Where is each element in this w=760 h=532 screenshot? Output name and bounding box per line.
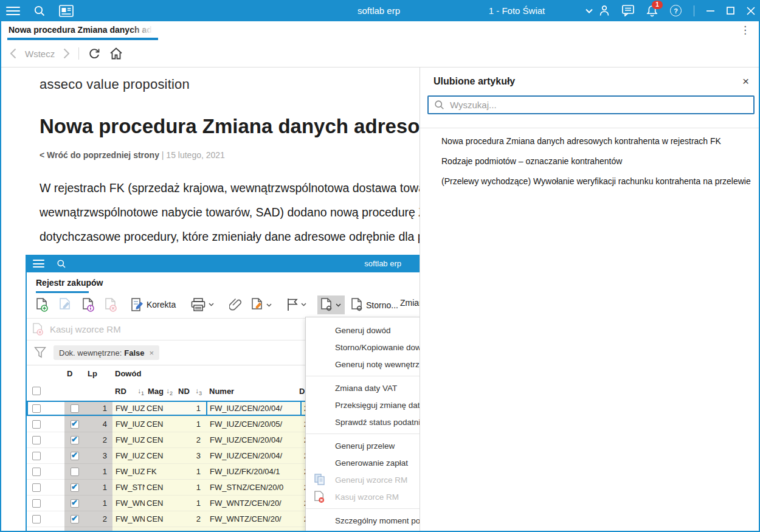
row-checkbox[interactable] xyxy=(32,499,41,508)
column-header-mag[interactable]: Mag xyxy=(148,387,164,396)
row-mag-cell: CEN xyxy=(145,401,175,416)
row-checkbox[interactable] xyxy=(32,515,41,523)
user-icon[interactable] xyxy=(599,5,610,16)
minimize-icon[interactable] xyxy=(706,7,714,15)
menu-item[interactable]: Generuj dowód xyxy=(306,322,420,339)
close-icon[interactable] xyxy=(747,7,755,15)
favorite-article-link[interactable]: Rodzaje podmiotów – oznaczanie kontrahen… xyxy=(441,156,756,167)
column-header-d[interactable]: D xyxy=(67,369,72,378)
d-checkbox[interactable] xyxy=(71,483,79,492)
back-label[interactable]: Wstecz xyxy=(25,49,55,59)
row-rd-cell: FW_STN xyxy=(112,480,145,496)
row-nd-cell: 1 xyxy=(175,480,206,496)
close-icon[interactable]: × xyxy=(742,75,749,88)
zmiana-button[interactable]: Zmian... xyxy=(400,298,420,308)
row-select-cell[interactable] xyxy=(27,416,64,432)
flag-button[interactable] xyxy=(287,298,306,311)
favorites-search-box[interactable] xyxy=(427,95,755,114)
row-d-cell[interactable] xyxy=(64,496,85,511)
print-button[interactable] xyxy=(191,298,214,311)
column-header-lp[interactable]: Lp xyxy=(88,369,97,378)
row-select-cell[interactable] xyxy=(27,464,64,480)
row-d-cell[interactable] xyxy=(64,416,85,432)
news-icon[interactable] xyxy=(59,5,74,17)
row-d-cell[interactable] xyxy=(64,401,85,416)
d-checkbox[interactable] xyxy=(71,515,79,523)
search-icon[interactable] xyxy=(33,5,46,17)
refresh-icon[interactable] xyxy=(88,47,101,60)
row-rd-cell: FW_IUZ xyxy=(112,464,145,480)
row-d-cell[interactable] xyxy=(64,511,85,527)
filter-chip[interactable]: Dok. wewnętrzne: False × xyxy=(54,345,159,360)
d-checkbox[interactable] xyxy=(71,452,79,460)
storno-button[interactable]: Storno... xyxy=(351,298,398,312)
maximize-icon[interactable] xyxy=(727,7,734,15)
menu-item[interactable]: Zmiana daty VAT xyxy=(306,379,420,396)
tab-article[interactable]: Nowa procedura Zmiana danych adresowych xyxy=(7,21,158,40)
d-checkbox[interactable] xyxy=(71,499,79,508)
menu-item[interactable]: Generuj notę wewnętrzną xyxy=(306,356,420,373)
menu-item[interactable]: Storno/Kopiowanie dowodów xyxy=(306,339,420,356)
menu-item[interactable]: Generowanie zapłat xyxy=(306,454,420,471)
row-d-cell[interactable] xyxy=(64,480,85,496)
row-select-cell[interactable] xyxy=(27,432,64,448)
menu-divider xyxy=(306,508,420,509)
row-select-cell[interactable] xyxy=(27,448,64,464)
row-nd-cell: 3 xyxy=(175,527,206,532)
sort-asc-icon[interactable]: ↓2 xyxy=(166,387,173,396)
menu-item[interactable]: Przeksięguj zmianę daty xyxy=(306,396,420,413)
kebab-menu-icon[interactable]: ⋮ xyxy=(740,24,750,36)
row-d-cell[interactable] xyxy=(64,527,85,532)
row-select-cell[interactable] xyxy=(27,527,64,532)
d-checkbox[interactable] xyxy=(71,404,79,413)
favorites-article-list: Nowa procedura Zmiana danych adresowych … xyxy=(441,136,756,196)
help-icon[interactable]: ? xyxy=(670,5,682,16)
d-checkbox[interactable] xyxy=(71,468,79,476)
row-select-cell[interactable] xyxy=(27,480,64,496)
filter-chip-close-icon[interactable]: × xyxy=(150,348,154,358)
row-d-cell[interactable] xyxy=(64,448,85,464)
row-checkbox[interactable] xyxy=(32,404,41,413)
row-checkbox[interactable] xyxy=(32,420,41,429)
doc-pen-button[interactable] xyxy=(252,298,272,312)
row-checkbox[interactable] xyxy=(32,452,41,460)
menu-item[interactable]: Generuj przelew xyxy=(306,437,420,454)
back-chevron-icon[interactable] xyxy=(10,48,16,59)
menu-item[interactable]: Szczególny moment podatkowy xyxy=(306,512,420,529)
back-to-previous-link[interactable]: < Wróć do poprzedniej strony xyxy=(40,150,159,160)
row-d-cell[interactable] xyxy=(64,432,85,448)
menu-icon[interactable] xyxy=(6,7,20,15)
column-header-rd[interactable]: RD xyxy=(115,387,126,396)
column-header-nd[interactable]: ND xyxy=(178,387,190,396)
menu-item[interactable]: Sprawdź status podatnika xyxy=(306,413,420,430)
row-checkbox[interactable] xyxy=(32,436,41,444)
korekta-button[interactable]: Korekta xyxy=(131,298,176,311)
paperclip-icon[interactable] xyxy=(229,298,241,311)
d-checkbox[interactable] xyxy=(71,436,79,444)
company-selector[interactable]: 1 - Foto Świat xyxy=(468,0,599,21)
funnel-icon[interactable] xyxy=(34,347,46,358)
row-select-cell[interactable] xyxy=(27,511,64,527)
row-select-cell[interactable] xyxy=(27,496,64,511)
sort-asc-icon[interactable]: ↓3 xyxy=(195,387,202,396)
bell-icon[interactable]: 1 xyxy=(646,5,658,17)
row-checkbox[interactable] xyxy=(32,483,41,492)
row-d-cell[interactable] xyxy=(64,464,85,480)
d-checkbox[interactable] xyxy=(71,420,79,429)
favorite-article-link[interactable]: (Przelewy wychodzące) Wywołanie weryfika… xyxy=(441,176,756,187)
sort-asc-icon[interactable]: ↓1 xyxy=(137,387,144,396)
row-checkbox[interactable] xyxy=(32,468,41,476)
column-header-d2[interactable]: D xyxy=(299,387,305,396)
doc-gear-dropdown-button[interactable] xyxy=(317,295,345,314)
row-numer-cell: FW_WNTZ/CEN/20/ xyxy=(206,496,302,511)
column-header-numer[interactable]: Numer xyxy=(209,387,234,396)
favorites-search-input[interactable] xyxy=(449,99,753,111)
home-icon[interactable] xyxy=(109,47,123,60)
row-lp-cell: 2 xyxy=(85,432,112,448)
row-select-cell[interactable] xyxy=(27,401,64,416)
favorite-article-link[interactable]: Nowa procedura Zmiana danych adresowych … xyxy=(441,136,756,147)
forward-chevron-icon[interactable] xyxy=(63,48,70,59)
select-all-checkbox[interactable] xyxy=(32,387,41,395)
column-header-dowod[interactable]: Dowód xyxy=(115,369,141,378)
chat-icon[interactable] xyxy=(622,5,634,16)
